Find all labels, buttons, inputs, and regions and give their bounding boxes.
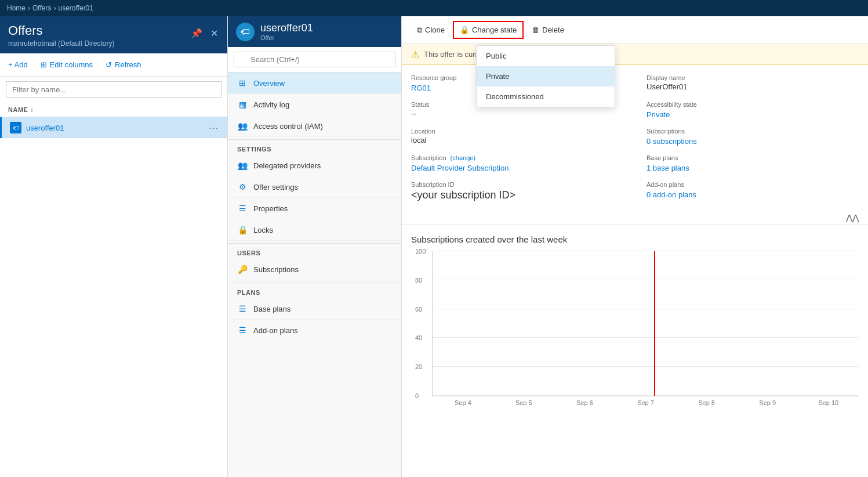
- y-label-60: 60: [415, 306, 422, 313]
- nav-item-base-plans[interactable]: ☰ Base plans: [228, 298, 401, 320]
- breadcrumb-offers[interactable]: Offers: [32, 4, 51, 12]
- nav-item-properties[interactable]: ☰ Properties: [228, 198, 401, 219]
- left-panel: Offers manrutehotmail (Default Directory…: [0, 16, 228, 477]
- change-state-dropdown: Public Private Decommissioned: [476, 45, 615, 107]
- grid-line-60: 60: [433, 309, 859, 309]
- add-button[interactable]: + Add: [6, 58, 30, 71]
- x-label-sep5: Sep 5: [515, 399, 532, 406]
- middle-header-title: useroffer01: [260, 22, 313, 34]
- addon-plans-label: Add-on plans: [647, 181, 859, 188]
- subscriptions-label: Subscriptions: [647, 128, 859, 135]
- col-header: NAME ↕: [0, 103, 227, 117]
- overview-icon: ⊞: [237, 78, 248, 88]
- left-toolbar: + Add ⊞ Edit columns ↺ Refresh: [0, 53, 227, 77]
- x-label-sep7: Sep 7: [637, 399, 654, 406]
- change-state-button[interactable]: 🔒 Change state: [453, 21, 524, 39]
- breadcrumb-home[interactable]: Home: [7, 4, 26, 12]
- addon-plans-value[interactable]: 0 add-on plans: [647, 190, 696, 199]
- addon-plans-item: Add-on plans 0 add-on plans: [647, 181, 859, 201]
- search-wrapper: 🔍: [234, 52, 395, 67]
- middle-header-text: useroffer01 Offer: [260, 22, 313, 41]
- middle-header-icon: 🏷: [236, 23, 255, 41]
- base-plans-value[interactable]: 1 base plans: [647, 164, 689, 172]
- nav-item-subscriptions[interactable]: 🔑 Subscriptions: [228, 259, 401, 280]
- settings-section-label: SETTINGS: [228, 139, 401, 155]
- clone-button[interactable]: ⧉ Clone: [411, 22, 451, 38]
- nav-item-delegated-providers[interactable]: 👥 Delegated providers: [228, 155, 401, 176]
- grid-line-80: 80: [433, 280, 859, 280]
- nav-item-activity-log[interactable]: ▦ Activity log: [228, 94, 401, 115]
- nav-item-offer-settings[interactable]: ⚙ Offer settings: [228, 176, 401, 198]
- chart-title: Subscriptions created over the last week: [411, 234, 859, 244]
- delegated-providers-icon: 👥: [237, 161, 248, 170]
- offer-icon: 🏷: [10, 122, 21, 133]
- activity-log-icon: ▦: [237, 100, 248, 109]
- chart-indicator: [654, 251, 655, 396]
- resource-group-value[interactable]: RG01: [411, 84, 431, 92]
- breadcrumb-bar: Home › Offers › useroffer01: [0, 0, 868, 16]
- subscription-change-link[interactable]: (change): [451, 154, 475, 161]
- ellipsis-button[interactable]: ···: [209, 123, 219, 132]
- list-item[interactable]: 🏷 useroffer01 ···: [0, 117, 227, 138]
- subscription-value[interactable]: Default Provider Subscription: [411, 164, 509, 172]
- x-label-sep4: Sep 4: [455, 399, 471, 406]
- filter-input[interactable]: [6, 81, 221, 98]
- locks-icon: 🔒: [237, 225, 248, 234]
- nav-item-addon-plans[interactable]: ☰ Add-on plans: [228, 320, 401, 341]
- close-panel-button[interactable]: ✕: [209, 27, 219, 40]
- refresh-button[interactable]: ↺ Refresh: [103, 58, 144, 71]
- search-input[interactable]: [234, 52, 395, 67]
- main-layout: Offers manrutehotmail (Default Directory…: [0, 16, 868, 477]
- nav-item-locks[interactable]: 🔒 Locks: [228, 219, 401, 241]
- display-name-item: Display name UserOffer01: [647, 74, 859, 93]
- refresh-icon: ↺: [106, 60, 112, 69]
- location-item: Location local: [411, 128, 623, 146]
- search-bar: 🔍: [228, 47, 401, 73]
- accessibility-value[interactable]: Private: [647, 110, 670, 119]
- plans-section-label: PLANS: [228, 283, 401, 298]
- accessibility-label: Accessibility state: [647, 101, 859, 108]
- lock-icon: 🔒: [460, 26, 469, 34]
- left-panel-header: Offers manrutehotmail (Default Directory…: [0, 16, 227, 53]
- breadcrumb-current: useroffer01: [58, 4, 93, 12]
- delete-button[interactable]: 🗑 Delete: [526, 22, 570, 38]
- left-panel-subtitle: manrutehotmail (Default Directory): [8, 39, 114, 48]
- clone-icon: ⧉: [417, 26, 422, 35]
- nav-item-access-control[interactable]: 👥 Access control (IAM): [228, 115, 401, 137]
- breadcrumb-sep1: ›: [28, 4, 30, 12]
- y-label-0: 0: [415, 392, 419, 399]
- location-value: local: [411, 136, 623, 144]
- status-value: --: [411, 109, 623, 118]
- subscription-id-item: Subscription ID <your subscription ID>: [411, 181, 623, 201]
- grid-line-20: 20: [433, 366, 859, 367]
- breadcrumb-sep2: ›: [53, 4, 56, 12]
- subscriptions-item: Subscriptions 0 subscriptions: [647, 128, 859, 146]
- collapse-icon[interactable]: ⋀⋀: [846, 213, 859, 222]
- nav-item-overview[interactable]: ⊞ Overview: [228, 73, 401, 94]
- dropdown-item-public[interactable]: Public: [477, 46, 615, 66]
- middle-header-sub: Offer: [260, 34, 313, 41]
- grid-line-0: 0: [433, 395, 859, 396]
- dropdown-item-private[interactable]: Private: [477, 66, 615, 86]
- middle-panel: 🏷 useroffer01 Offer 🔍 ⊞ Overview ▦ Activ…: [228, 16, 402, 477]
- base-plans-label: Base plans: [647, 154, 859, 161]
- chart-section: Subscriptions created over the last week…: [402, 225, 868, 477]
- warning-icon: ⚠: [411, 49, 419, 60]
- base-plans-icon: ☰: [237, 304, 248, 313]
- dropdown-item-decommissioned[interactable]: Decommissioned: [477, 86, 615, 107]
- location-label: Location: [411, 128, 623, 135]
- delete-icon: 🗑: [532, 26, 539, 34]
- y-label-80: 80: [415, 277, 422, 284]
- users-section-label: USERS: [228, 243, 401, 259]
- pin-button[interactable]: 📌: [190, 27, 204, 40]
- y-label-100: 100: [415, 248, 426, 255]
- subscription-id-value: <your subscription ID>: [411, 189, 623, 201]
- edit-columns-button[interactable]: ⊞ Edit columns: [38, 58, 95, 71]
- offer-settings-icon: ⚙: [237, 182, 248, 191]
- details-grid: Resource group RG01 Display name UserOff…: [402, 65, 868, 211]
- filter-box: [6, 81, 221, 98]
- grid-line-40: 40: [433, 337, 859, 338]
- x-label-sep9: Sep 9: [759, 399, 776, 406]
- subscriptions-value[interactable]: 0 subscriptions: [647, 137, 697, 146]
- right-panel: ⧉ Clone 🔒 Change state 🗑 Delete Public P…: [402, 16, 868, 477]
